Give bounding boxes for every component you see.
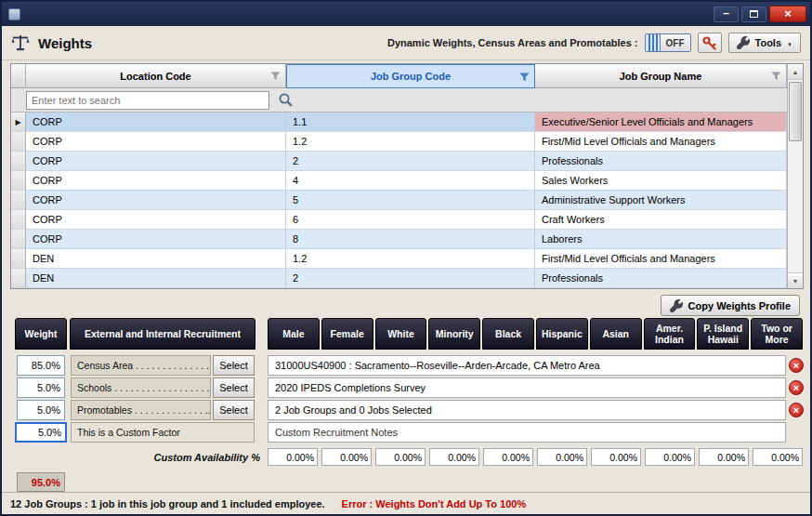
column-header-white: White — [375, 318, 427, 350]
column-header-amer-indian: Amer. Indian — [644, 318, 696, 350]
minimize-button[interactable] — [714, 7, 739, 22]
scroll-up-button[interactable] — [788, 64, 803, 80]
title-bar — [2, 2, 810, 26]
search-button[interactable] — [274, 91, 296, 110]
copy-weights-profile-button[interactable]: Copy Weights Profile — [661, 295, 800, 316]
column-header-male: Male — [268, 318, 320, 350]
table-row[interactable]: CORP 2 Professionals — [11, 152, 803, 171]
availability-input-black[interactable] — [483, 448, 533, 466]
dynamic-weights-label: Dynamic Weights, Census Areas and Promot… — [387, 37, 638, 48]
cell-location-code: CORP — [26, 171, 286, 191]
recruitment-column-header: External and Internal Recruitment — [70, 318, 255, 350]
select-promotables-button[interactable]: Select — [213, 400, 255, 420]
custom-availability-label: Custom Availability % — [15, 449, 260, 466]
filter-funnel-icon[interactable] — [771, 72, 781, 81]
cell-job-group-code: 2 — [286, 152, 535, 171]
column-header-asian: Asian — [590, 318, 642, 350]
select-census-area-button[interactable]: Select — [213, 355, 255, 376]
delete-schools-button[interactable] — [789, 380, 804, 395]
chevron-down-icon — [787, 37, 792, 48]
table-row[interactable]: CORP 6 Craft Workers — [11, 210, 803, 230]
search-input[interactable] — [26, 91, 269, 110]
cell-location-code: CORP — [26, 210, 286, 230]
cell-job-group-code: 1.2 — [286, 132, 535, 152]
cell-job-group-code: 6 — [286, 210, 535, 230]
cell-job-group-name: Craft Workers — [535, 210, 787, 230]
filter-funnel-icon[interactable] — [270, 72, 281, 81]
promotables-row: Promotables . . . . . . . . . . . . . ..… — [15, 400, 803, 420]
vertical-scrollbar[interactable] — [787, 64, 803, 288]
close-button[interactable] — [769, 6, 806, 22]
availability-input-two-or-more[interactable] — [753, 448, 803, 466]
census-area-row: Census Area . . . . . . . . . . . . . ..… — [15, 355, 803, 376]
promotables-weight-input[interactable] — [17, 400, 65, 420]
cell-job-group-code: 4 — [286, 171, 535, 191]
availability-input-amer-indian[interactable] — [645, 448, 695, 466]
custom-recruitment-notes-input[interactable]: Custom Recruitment Notes — [268, 422, 786, 443]
cell-job-group-name: Professionals — [535, 269, 787, 288]
row-indicator — [11, 249, 26, 269]
cell-location-code: CORP — [26, 132, 286, 152]
status-bar: 12 Job Groups : 1 job in this job group … — [2, 492, 810, 514]
total-weight-value: 95.0% — [17, 472, 65, 492]
status-error: Error : Weights Don't Add Up To 100% — [342, 498, 527, 509]
delete-promotables-button[interactable] — [789, 403, 804, 417]
table-row[interactable]: CORP 1.2 First/Mid Level Officials and M… — [11, 132, 803, 152]
scroll-down-button[interactable] — [788, 272, 803, 288]
promotables-value: 2 Job Groups and 0 Jobs Selected — [268, 400, 786, 420]
window-icon — [8, 8, 20, 20]
grid-body: CORP 1.1 Executive/Senior Level Official… — [11, 112, 803, 288]
availability-input-pacific-islander[interactable] — [699, 448, 749, 466]
row-indicator — [11, 269, 26, 288]
table-row[interactable]: CORP 5 Administrative Support Workers — [11, 191, 803, 210]
custom-factor-name-input[interactable] — [71, 422, 255, 443]
census-area-value: 31000US40900 : Sacramento--Roseville--Ar… — [268, 355, 786, 376]
link-key-button[interactable] — [698, 33, 722, 53]
schools-weight-input[interactable] — [17, 377, 65, 398]
column-header-job-group-name[interactable]: Job Group Name — [535, 64, 787, 88]
cell-job-group-name: First/Mid Level Officials and Managers — [535, 249, 787, 269]
table-row[interactable]: CORP 4 Sales Workers — [11, 171, 803, 191]
availability-input-white[interactable] — [375, 448, 426, 466]
cell-location-code: CORP — [26, 152, 286, 171]
row-indicator — [11, 191, 26, 210]
cell-job-group-code: 1.1 — [286, 112, 535, 132]
table-row[interactable]: DEN 1.2 First/Mid Level Officials and Ma… — [11, 249, 803, 269]
row-indicator — [11, 171, 26, 191]
table-row[interactable]: DEN 2 Professionals — [11, 269, 803, 288]
scrollbar-thumb[interactable] — [789, 82, 802, 141]
dynamic-weights-toggle[interactable]: OFF — [645, 33, 691, 52]
row-indicator — [11, 210, 26, 230]
maximize-button[interactable] — [741, 7, 766, 22]
delete-census-area-button[interactable] — [789, 358, 804, 373]
tools-button[interactable]: Tools — [728, 33, 801, 53]
tools-label: Tools — [755, 37, 782, 48]
weights-panel: Weight External and Internal Recruitment… — [15, 318, 803, 493]
toggle-off-label: OFF — [660, 34, 690, 51]
custom-availability-row — [268, 448, 803, 466]
cell-location-code: DEN — [26, 269, 286, 288]
availability-input-female[interactable] — [321, 448, 372, 466]
cell-job-group-code: 1.2 — [286, 249, 535, 269]
cell-job-group-name: Sales Workers — [535, 171, 787, 191]
wrench-icon — [670, 299, 683, 312]
table-row[interactable]: CORP 1.1 Executive/Senior Level Official… — [11, 112, 803, 132]
availability-input-male[interactable] — [268, 448, 318, 466]
weights-window: Weights Dynamic Weights, Census Areas an… — [0, 0, 812, 516]
availability-input-asian[interactable] — [591, 448, 641, 466]
table-row[interactable]: CORP 8 Laborers — [11, 230, 803, 249]
filter-funnel-icon[interactable] — [519, 73, 530, 82]
custom-factor-weight-input[interactable] — [15, 422, 67, 443]
grid-search-row — [11, 88, 803, 112]
column-header-label: Job Group Code — [371, 71, 451, 82]
census-area-weight-input[interactable] — [17, 355, 65, 376]
select-schools-button[interactable]: Select — [213, 377, 255, 398]
cell-location-code: DEN — [26, 249, 286, 269]
schools-value: 2020 IPEDS Completions Survey — [268, 377, 786, 398]
column-header-job-group-code[interactable]: Job Group Code — [286, 64, 535, 88]
row-indicator — [11, 152, 26, 171]
availability-input-minority[interactable] — [429, 448, 479, 466]
schools-label: Schools . . . . . . . . . . . . . . . . … — [71, 377, 211, 398]
column-header-location-code[interactable]: Location Code — [26, 64, 286, 88]
availability-input-hispanic[interactable] — [537, 448, 587, 466]
